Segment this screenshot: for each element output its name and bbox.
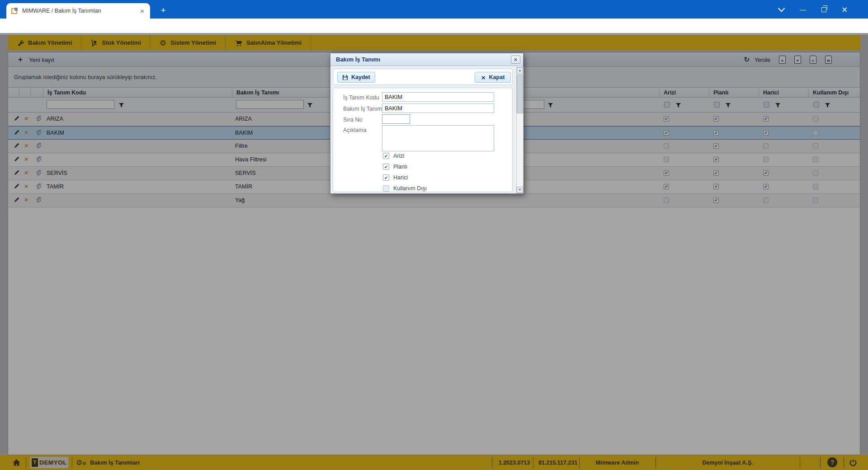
mimware-favicon-icon (11, 7, 18, 14)
order-input[interactable] (382, 114, 410, 124)
dialog-checkbox-arizi[interactable]: ✔Arizi (383, 153, 404, 159)
dialog-close-icon[interactable]: × (511, 56, 520, 64)
dialog-checkbox-kullan-m-d-[interactable]: Kullanım Dışı (383, 185, 427, 192)
code-input[interactable] (382, 92, 494, 102)
tab-close-icon[interactable]: × (139, 8, 146, 14)
bakim-is-tanimi-dialog: Bakım İş Tanımı × Kaydet × Kapat İş Tanı… (330, 53, 524, 194)
dialog-scrollbar[interactable]: ▲ ▼ (516, 67, 524, 193)
tab-search-chevron-icon[interactable] (772, 2, 790, 17)
dialog-title: Bakım İş Tanımı (330, 53, 523, 66)
close-button[interactable]: × Kapat (475, 72, 511, 83)
tab-title: MIMWARE / Bakım İş Tanımları (22, 8, 139, 14)
scrollbar-thumb[interactable] (517, 75, 523, 113)
save-button[interactable]: Kaydet (337, 72, 375, 83)
browser-tab[interactable]: MIMWARE / Bakım İş Tanımları × (6, 3, 150, 19)
scroll-down-icon[interactable]: ▼ (517, 187, 523, 193)
scroll-up-icon[interactable]: ▲ (517, 67, 523, 74)
save-floppy-icon (342, 75, 348, 80)
window-restore-button[interactable] (815, 2, 833, 17)
close-x-icon: × (481, 74, 486, 81)
browser-tab-bar: MIMWARE / Bakım İş Tanımları × + — × (0, 0, 868, 19)
window-minimize-button[interactable]: — (794, 2, 812, 17)
new-tab-button[interactable]: + (157, 5, 169, 16)
dialog-checkbox-harici[interactable]: ✔Harici (383, 174, 408, 181)
browser-address-bar: ← → ↻ demyol.mimware.net/Modules/BakimYo… (0, 19, 868, 33)
name-input[interactable] (382, 103, 494, 113)
dialog-checkbox-planl-[interactable]: ✔Planlı (383, 164, 407, 170)
description-textarea[interactable] (382, 125, 494, 151)
dialog-form: İş Tanım Kodu Bakım İş Tanımı Sıra No Aç… (333, 88, 513, 192)
window-close-button[interactable]: × (835, 2, 854, 17)
dialog-toolbar: Kaydet × Kapat (333, 69, 513, 85)
